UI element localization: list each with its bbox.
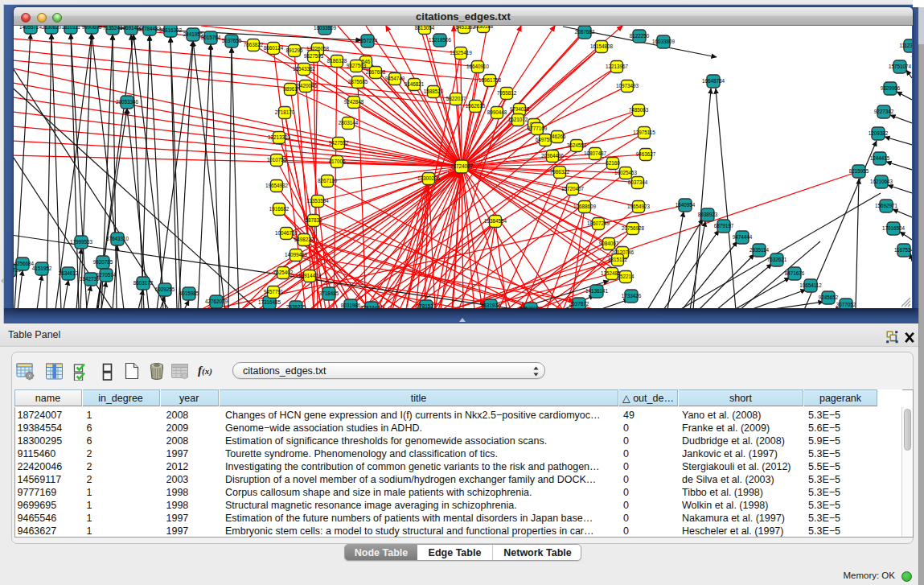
svg-text:9794028: 9794028	[510, 106, 530, 112]
svg-text:3875685: 3875685	[348, 79, 368, 84]
svg-text:5498222: 5498222	[294, 237, 314, 242]
svg-text:20756928: 20756928	[622, 225, 645, 231]
svg-text:7663822: 7663822	[244, 42, 264, 47]
svg-text:18724007: 18724007	[450, 163, 474, 169]
svg-text:10654112: 10654112	[799, 282, 822, 288]
svg-text:12213967: 12213967	[606, 64, 629, 69]
svg-text:7955812: 7955812	[497, 90, 517, 96]
svg-text:19384554: 19384554	[484, 218, 507, 224]
svg-text:8015764: 8015764	[201, 35, 221, 40]
svg-text:2087682: 2087682	[575, 29, 595, 35]
svg-text:9242848: 9242848	[344, 99, 364, 105]
svg-text:16640910: 16640910	[466, 64, 490, 69]
svg-text:11353594: 11353594	[306, 198, 329, 204]
svg-text:9329966: 9329966	[881, 85, 901, 91]
svg-text:10688609: 10688609	[573, 204, 597, 209]
svg-text:17784483: 17784483	[138, 26, 162, 31]
svg-text:11325419: 11325419	[450, 50, 472, 56]
svg-text:1733426: 1733426	[622, 293, 642, 299]
svg-text:17999533: 17999533	[70, 239, 93, 245]
svg-text:3530829: 3530829	[42, 26, 62, 30]
svg-text:29053346: 29053346	[116, 99, 139, 105]
svg-text:20364436: 20364436	[541, 153, 565, 159]
svg-text:19654932: 19654932	[265, 183, 289, 188]
svg-text:16210643: 16210643	[870, 179, 893, 184]
svg-text:8813054: 8813054	[415, 26, 435, 31]
svg-text:2867608: 2867608	[366, 69, 386, 75]
svg-text:10025453: 10025453	[614, 170, 638, 175]
svg-text:8530188: 8530188	[474, 26, 494, 29]
svg-text:2803144: 2803144	[339, 120, 359, 126]
svg-text:1815112: 1815112	[608, 257, 628, 262]
svg-text:8031986: 8031986	[341, 303, 361, 308]
svg-text:14099489: 14099489	[285, 252, 308, 257]
svg-text:9454749: 9454749	[385, 76, 405, 81]
svg-text:16648784: 16648784	[702, 78, 725, 84]
svg-text:4151952: 4151952	[32, 266, 52, 271]
svg-text:3077052: 3077052	[836, 302, 856, 307]
svg-text:34256684: 34256684	[14, 261, 34, 266]
svg-text:9146821: 9146821	[405, 81, 425, 87]
svg-text:9474444: 9474444	[733, 234, 753, 240]
svg-text:1562615: 1562615	[466, 103, 486, 109]
svg-text:76453392: 76453392	[453, 26, 476, 30]
svg-text:14055724: 14055724	[19, 26, 43, 30]
svg-text:16543382: 16543382	[293, 66, 316, 72]
svg-text:6270514: 6270514	[97, 272, 117, 278]
svg-text:17016504: 17016504	[882, 225, 906, 231]
svg-text:4015985: 4015985	[179, 290, 199, 296]
svg-text:1640954: 1640954	[676, 202, 696, 208]
svg-text:1588520: 1588520	[424, 89, 444, 94]
svg-text:3718485: 3718485	[319, 290, 339, 296]
svg-text:19654923: 19654923	[627, 204, 651, 209]
svg-text:37643310: 37643310	[106, 236, 129, 241]
svg-text:16154808: 16154808	[590, 43, 614, 49]
svg-text:3624554: 3624554	[567, 142, 587, 148]
svg-text:14136141: 14136141	[585, 288, 609, 294]
svg-text:1209382: 1209382	[869, 130, 889, 136]
svg-text:6037344: 6037344	[628, 179, 648, 185]
svg-text:18607249: 18607249	[587, 220, 610, 226]
svg-text:6029255: 6029255	[155, 286, 175, 292]
svg-text:7857274: 7857274	[358, 38, 378, 43]
svg-text:8122250: 8122250	[630, 33, 650, 39]
svg-text:1010755: 1010755	[267, 157, 287, 163]
svg-text:417006: 417006	[328, 159, 346, 164]
svg-text:42762079: 42762079	[205, 299, 228, 304]
svg-text:1831970: 1831970	[481, 303, 501, 308]
svg-text:15720407: 15720407	[561, 186, 585, 192]
svg-text:16961758: 16961758	[478, 77, 502, 83]
svg-text:13218506: 13218506	[429, 37, 452, 43]
svg-text:9777169: 9777169	[528, 126, 548, 131]
svg-text:891295: 891295	[285, 47, 303, 53]
svg-text:2634613: 2634613	[59, 270, 79, 276]
svg-text:8186328: 8186328	[327, 58, 347, 64]
svg-text:6879197: 6879197	[714, 223, 734, 229]
svg-text:1810111: 1810111	[61, 26, 80, 30]
svg-text:9827503: 9827503	[304, 53, 324, 59]
svg-text:16914479: 16914479	[298, 273, 322, 278]
svg-text:12975115: 12975115	[633, 130, 655, 135]
svg-text:1167534: 1167534	[894, 247, 912, 253]
svg-text:9920785: 9920785	[93, 259, 113, 265]
svg-text:8471676: 8471676	[785, 270, 805, 276]
svg-text:9463627: 9463627	[636, 151, 656, 157]
svg-text:9990608: 9990608	[82, 26, 102, 30]
svg-text:9427552: 9427552	[329, 140, 349, 146]
svg-text:98961: 98961	[283, 86, 298, 92]
svg-text:5037655: 5037655	[222, 38, 242, 43]
svg-text:10973493: 10973493	[616, 83, 639, 89]
svg-text:8938923: 8938923	[698, 212, 718, 217]
svg-text:23420046: 23420046	[294, 83, 318, 89]
svg-text:38816302: 38816302	[159, 27, 183, 33]
svg-text:9227342: 9227342	[874, 109, 894, 114]
svg-text:10807487: 10807487	[584, 150, 607, 156]
svg-text:18300295: 18300295	[417, 175, 441, 181]
svg-text:252214: 252214	[617, 274, 634, 279]
svg-text:1244415: 1244415	[870, 155, 890, 161]
svg-text:8603172: 8603172	[133, 280, 154, 286]
svg-text:1621072: 1621072	[508, 117, 528, 122]
svg-text:9084067: 9084067	[599, 241, 619, 246]
svg-text:7485063: 7485063	[629, 107, 649, 113]
svg-text:10046788: 10046788	[275, 230, 298, 236]
